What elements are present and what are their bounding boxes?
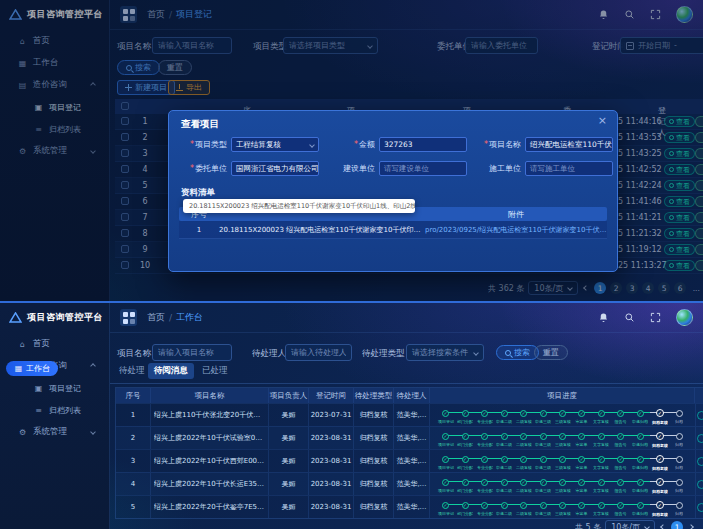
- progress-step[interactable]: ✓三级复核: [553, 410, 572, 425]
- view-button-clipped[interactable]: [697, 503, 703, 512]
- progress-step[interactable]: ✓专业分配: [475, 410, 494, 425]
- progress-step[interactable]: ✓归档复核: [650, 501, 669, 517]
- view-button-clipped[interactable]: [697, 480, 703, 489]
- progress-step[interactable]: ✓申递二级: [494, 456, 513, 471]
- progress-step[interactable]: ✓审定单: [572, 479, 591, 494]
- field-input[interactable]: 绍兴配电运检室110千伏谢…: [525, 137, 613, 152]
- next-page-button[interactable]: [687, 525, 695, 529]
- progress-step[interactable]: ✓部门分配: [455, 456, 474, 471]
- progress-step[interactable]: ✓二级复核: [514, 479, 533, 494]
- progress-step[interactable]: ✓专业分配: [475, 502, 494, 517]
- progress-step[interactable]: ✓部门分配: [455, 502, 474, 517]
- progress-step[interactable]: ✓归档复核: [650, 478, 669, 494]
- progress-step[interactable]: 归档: [670, 479, 689, 494]
- progress-step[interactable]: ✓申递归档: [631, 456, 650, 471]
- progress-step[interactable]: 归档: [670, 410, 689, 425]
- bell-icon[interactable]: [598, 312, 609, 323]
- progress-step[interactable]: ✓部门分配: [455, 410, 474, 425]
- progress-step[interactable]: ✓申递三级: [533, 456, 552, 471]
- progress-step[interactable]: ✓专业分配: [475, 479, 494, 494]
- field-input[interactable]: 327263: [379, 137, 467, 152]
- assignee-input[interactable]: [285, 344, 352, 361]
- progress-step[interactable]: ✓部门分配: [455, 433, 474, 448]
- progress-step[interactable]: ✓审定单: [572, 502, 591, 517]
- sidebar-item-system-manage[interactable]: ⚙系统管理: [6, 423, 103, 441]
- fullscreen-icon[interactable]: [650, 312, 661, 323]
- search-icon[interactable]: [624, 312, 635, 323]
- progress-step[interactable]: ✓三级复核: [553, 456, 572, 471]
- progress-step[interactable]: ✓二级复核: [514, 410, 533, 425]
- progress-step[interactable]: ✓文字复核: [592, 433, 611, 448]
- user-avatar[interactable]: [676, 309, 693, 326]
- progress-step[interactable]: ✓项目登记: [436, 479, 455, 494]
- tab-待处理[interactable]: 待处理: [113, 363, 151, 379]
- sidebar-item-workbench[interactable]: ▦工作台: [6, 361, 58, 376]
- progress-step[interactable]: ✓项目登记: [436, 433, 455, 448]
- progress-step[interactable]: ✓归档复核: [650, 432, 669, 448]
- progress-step[interactable]: ✓申递三级: [533, 502, 552, 517]
- progress-step[interactable]: ✓报告号: [611, 433, 630, 448]
- progress-step[interactable]: 归档: [670, 502, 689, 517]
- collapse-menu-icon[interactable]: [120, 309, 137, 326]
- progress-step[interactable]: ✓文字复核: [592, 502, 611, 517]
- page-button[interactable]: 1: [671, 521, 683, 529]
- tab-待阅消息[interactable]: 待阅消息: [148, 363, 194, 379]
- progress-step[interactable]: ✓申递三级: [533, 410, 552, 425]
- attachment-link[interactable]: pro/2023/0925/绍兴配电运检室110千伏谢家变10千伏印山1线、印山…: [425, 225, 607, 235]
- progress-step[interactable]: ✓申递归档: [631, 410, 650, 425]
- search-button[interactable]: 搜索: [496, 345, 539, 360]
- reset-button[interactable]: 重置: [534, 345, 568, 360]
- progress-step[interactable]: ✓文字复核: [592, 456, 611, 471]
- progress-step[interactable]: ✓专业分配: [475, 433, 494, 448]
- progress-step[interactable]: ✓项目登记: [436, 410, 455, 425]
- progress-step[interactable]: ✓报告号: [611, 502, 630, 517]
- sidebar-item-archive-list[interactable]: ≡归档列表: [6, 401, 103, 419]
- breadcrumb-home[interactable]: 首页: [147, 311, 165, 324]
- progress-step[interactable]: ✓报告号: [611, 456, 630, 471]
- view-button-clipped[interactable]: [697, 434, 703, 443]
- field-input[interactable]: 请写施工单位: [525, 161, 613, 176]
- progress-step[interactable]: ✓申递二级: [494, 410, 513, 425]
- view-button-clipped[interactable]: [697, 411, 703, 420]
- progress-step[interactable]: ✓申递归档: [631, 502, 650, 517]
- sidebar-item-home[interactable]: ⌂首页: [6, 335, 103, 353]
- progress-step[interactable]: ✓申递二级: [494, 479, 513, 494]
- view-button-clipped[interactable]: [697, 457, 703, 466]
- progress-step[interactable]: ✓审定单: [572, 410, 591, 425]
- pending-type-select[interactable]: 请选择搜索条件: [406, 344, 484, 361]
- progress-step[interactable]: ✓归档复核: [650, 455, 669, 471]
- progress-step[interactable]: ✓二级复核: [514, 502, 533, 517]
- page-size-select[interactable]: 10条/页: [605, 520, 655, 529]
- progress-step[interactable]: ✓二级复核: [514, 433, 533, 448]
- progress-step[interactable]: ✓归档复核: [650, 409, 669, 425]
- close-icon[interactable]: ×: [598, 115, 607, 126]
- progress-step[interactable]: ✓项目登记: [436, 502, 455, 517]
- progress-step[interactable]: ✓三级复核: [553, 502, 572, 517]
- field-input[interactable]: 请写建设单位: [379, 161, 467, 176]
- prev-page-button[interactable]: [659, 525, 667, 529]
- progress-step[interactable]: ✓二级复核: [514, 456, 533, 471]
- tab-已处理[interactable]: 已处理: [196, 363, 234, 379]
- progress-step[interactable]: ✓申递三级: [533, 479, 552, 494]
- progress-step[interactable]: ✓文字复核: [592, 479, 611, 494]
- progress-step[interactable]: ✓报告号: [611, 410, 630, 425]
- field-input[interactable]: 国网浙江省电力有限公司绍…: [231, 161, 319, 176]
- progress-step[interactable]: 归档: [670, 433, 689, 448]
- progress-step[interactable]: ✓申递二级: [494, 502, 513, 517]
- progress-step[interactable]: ✓审定单: [572, 433, 591, 448]
- progress-step[interactable]: ✓报告号: [611, 479, 630, 494]
- sidebar-item-project-register[interactable]: ▣项目登记: [6, 379, 103, 397]
- progress-step[interactable]: 归档: [670, 456, 689, 471]
- progress-step[interactable]: ✓部门分配: [455, 479, 474, 494]
- progress-step[interactable]: ✓申递归档: [631, 479, 650, 494]
- progress-step[interactable]: ✓项目登记: [436, 456, 455, 471]
- progress-step[interactable]: ✓审定单: [572, 456, 591, 471]
- progress-step[interactable]: ✓申递二级: [494, 433, 513, 448]
- field-select[interactable]: 工程结算复核: [231, 137, 319, 152]
- progress-step[interactable]: ✓文字复核: [592, 410, 611, 425]
- progress-step[interactable]: ✓申递归档: [631, 433, 650, 448]
- project-name-input[interactable]: [152, 344, 232, 361]
- progress-step[interactable]: ✓专业分配: [475, 456, 494, 471]
- progress-step[interactable]: ✓申递三级: [533, 433, 552, 448]
- progress-step[interactable]: ✓三级复核: [553, 479, 572, 494]
